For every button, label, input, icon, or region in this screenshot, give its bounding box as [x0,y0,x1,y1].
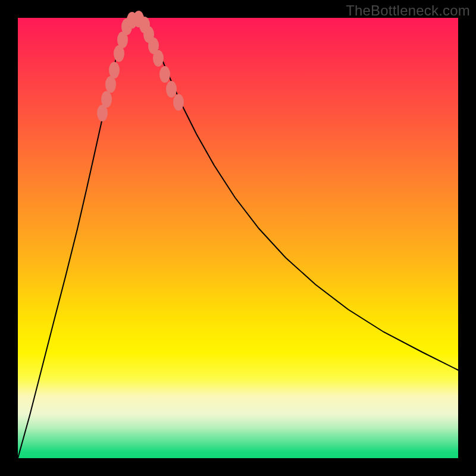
bead-marker [173,94,184,111]
bead-marker [159,66,170,83]
bead-marker [153,50,164,67]
curve-layer [18,18,458,458]
outer-frame: TheBottleneck.com [0,0,476,476]
bead-marker [105,76,116,93]
watermark-text: TheBottleneck.com [346,2,470,19]
bottleneck-curve [18,18,458,458]
bead-markers [97,11,184,121]
bead-marker [109,62,120,79]
bead-marker [166,81,177,98]
bead-marker [101,91,112,108]
